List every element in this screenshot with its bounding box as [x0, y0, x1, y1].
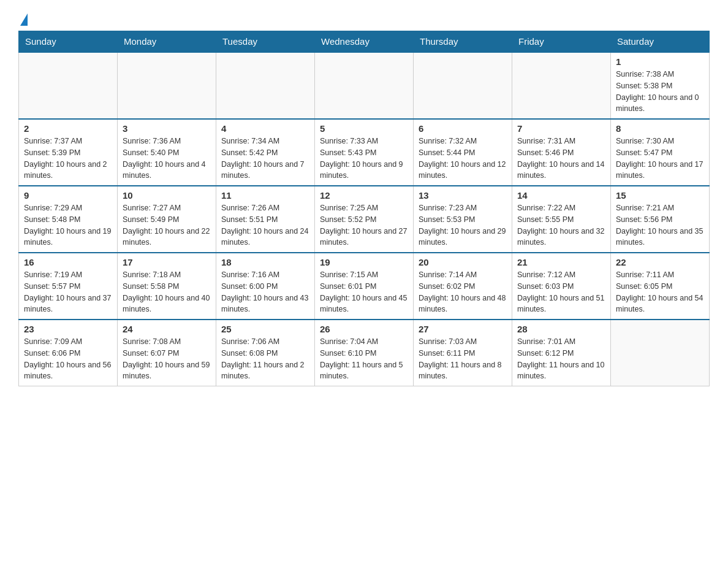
day-number: 21	[517, 257, 605, 267]
calendar-cell: 17Sunrise: 7:18 AMSunset: 5:58 PMDayligh…	[118, 253, 216, 320]
day-number: 20	[419, 257, 507, 267]
calendar-cell: 27Sunrise: 7:03 AMSunset: 6:11 PMDayligh…	[414, 320, 512, 386]
calendar-cell: 26Sunrise: 7:04 AMSunset: 6:10 PMDayligh…	[315, 320, 414, 386]
day-info: Sunrise: 7:14 AMSunset: 6:02 PMDaylight:…	[419, 269, 507, 315]
day-number: 26	[320, 324, 408, 334]
day-info: Sunrise: 7:29 AMSunset: 5:48 PMDaylight:…	[24, 202, 112, 248]
day-info: Sunrise: 7:36 AMSunset: 5:40 PMDaylight:…	[123, 136, 211, 182]
page-header	[18, 12, 710, 25]
day-info: Sunrise: 7:12 AMSunset: 6:03 PMDaylight:…	[517, 269, 605, 315]
column-header-wednesday: Wednesday	[315, 31, 414, 53]
day-number: 22	[616, 257, 704, 267]
calendar-cell	[118, 52, 216, 119]
day-info: Sunrise: 7:26 AMSunset: 5:51 PMDaylight:…	[221, 202, 309, 248]
day-number: 17	[123, 257, 211, 267]
day-info: Sunrise: 7:23 AMSunset: 5:53 PMDaylight:…	[419, 202, 507, 248]
day-number: 16	[24, 257, 112, 267]
calendar-cell: 6Sunrise: 7:32 AMSunset: 5:44 PMDaylight…	[414, 119, 512, 186]
day-number: 7	[517, 123, 605, 134]
day-number: 5	[320, 123, 408, 134]
day-info: Sunrise: 7:16 AMSunset: 6:00 PMDaylight:…	[221, 269, 309, 315]
calendar-cell	[414, 52, 512, 119]
column-header-thursday: Thursday	[414, 31, 512, 53]
calendar-cell: 11Sunrise: 7:26 AMSunset: 5:51 PMDayligh…	[216, 186, 315, 253]
calendar-cell: 13Sunrise: 7:23 AMSunset: 5:53 PMDayligh…	[414, 186, 512, 253]
day-number: 2	[24, 123, 112, 134]
day-info: Sunrise: 7:30 AMSunset: 5:47 PMDaylight:…	[616, 136, 704, 182]
calendar-cell: 23Sunrise: 7:09 AMSunset: 6:06 PMDayligh…	[19, 320, 118, 386]
day-info: Sunrise: 7:21 AMSunset: 5:56 PMDaylight:…	[616, 202, 704, 248]
calendar-cell: 12Sunrise: 7:25 AMSunset: 5:52 PMDayligh…	[315, 186, 414, 253]
day-number: 13	[419, 190, 507, 201]
column-header-monday: Monday	[118, 31, 216, 53]
calendar-header-row: SundayMondayTuesdayWednesdayThursdayFrid…	[19, 31, 710, 53]
day-number: 1	[616, 56, 704, 67]
calendar-cell: 1Sunrise: 7:38 AMSunset: 5:38 PMDaylight…	[611, 52, 710, 119]
calendar-cell: 22Sunrise: 7:11 AMSunset: 6:05 PMDayligh…	[611, 253, 710, 320]
day-number: 19	[320, 257, 408, 267]
day-number: 28	[517, 324, 605, 334]
day-info: Sunrise: 7:03 AMSunset: 6:11 PMDaylight:…	[419, 336, 507, 382]
day-number: 27	[419, 324, 507, 334]
calendar-week-row: 23Sunrise: 7:09 AMSunset: 6:06 PMDayligh…	[19, 320, 710, 386]
day-number: 10	[123, 190, 211, 201]
column-header-saturday: Saturday	[611, 31, 710, 53]
day-info: Sunrise: 7:04 AMSunset: 6:10 PMDaylight:…	[320, 336, 408, 382]
logo-triangle-icon	[20, 13, 28, 26]
day-number: 9	[24, 190, 112, 201]
day-number: 25	[221, 324, 309, 334]
day-info: Sunrise: 7:01 AMSunset: 6:12 PMDaylight:…	[517, 336, 605, 382]
day-number: 18	[221, 257, 309, 267]
logo	[18, 12, 28, 25]
calendar-cell: 21Sunrise: 7:12 AMSunset: 6:03 PMDayligh…	[512, 253, 611, 320]
day-number: 23	[24, 324, 112, 334]
day-info: Sunrise: 7:25 AMSunset: 5:52 PMDaylight:…	[320, 202, 408, 248]
calendar-cell	[315, 52, 414, 119]
calendar-table: SundayMondayTuesdayWednesdayThursdayFrid…	[18, 31, 710, 386]
day-info: Sunrise: 7:19 AMSunset: 5:57 PMDaylight:…	[24, 269, 112, 315]
day-info: Sunrise: 7:06 AMSunset: 6:08 PMDaylight:…	[221, 336, 309, 382]
day-info: Sunrise: 7:18 AMSunset: 5:58 PMDaylight:…	[123, 269, 211, 315]
calendar-cell: 4Sunrise: 7:34 AMSunset: 5:42 PMDaylight…	[216, 119, 315, 186]
day-number: 8	[616, 123, 704, 134]
calendar-cell: 7Sunrise: 7:31 AMSunset: 5:46 PMDaylight…	[512, 119, 611, 186]
column-header-sunday: Sunday	[19, 31, 118, 53]
calendar-cell: 5Sunrise: 7:33 AMSunset: 5:43 PMDaylight…	[315, 119, 414, 186]
day-number: 15	[616, 190, 704, 201]
calendar-cell: 15Sunrise: 7:21 AMSunset: 5:56 PMDayligh…	[611, 186, 710, 253]
day-number: 24	[123, 324, 211, 334]
calendar-cell: 20Sunrise: 7:14 AMSunset: 6:02 PMDayligh…	[414, 253, 512, 320]
day-info: Sunrise: 7:27 AMSunset: 5:49 PMDaylight:…	[123, 202, 211, 248]
day-info: Sunrise: 7:31 AMSunset: 5:46 PMDaylight:…	[517, 136, 605, 182]
calendar-cell: 25Sunrise: 7:06 AMSunset: 6:08 PMDayligh…	[216, 320, 315, 386]
column-header-tuesday: Tuesday	[216, 31, 315, 53]
calendar-cell: 9Sunrise: 7:29 AMSunset: 5:48 PMDaylight…	[19, 186, 118, 253]
day-info: Sunrise: 7:33 AMSunset: 5:43 PMDaylight:…	[320, 136, 408, 182]
calendar-cell: 18Sunrise: 7:16 AMSunset: 6:00 PMDayligh…	[216, 253, 315, 320]
calendar-week-row: 16Sunrise: 7:19 AMSunset: 5:57 PMDayligh…	[19, 253, 710, 320]
calendar-week-row: 1Sunrise: 7:38 AMSunset: 5:38 PMDaylight…	[19, 52, 710, 119]
day-number: 6	[419, 123, 507, 134]
calendar-cell: 10Sunrise: 7:27 AMSunset: 5:49 PMDayligh…	[118, 186, 216, 253]
day-info: Sunrise: 7:09 AMSunset: 6:06 PMDaylight:…	[24, 336, 112, 382]
column-header-friday: Friday	[512, 31, 611, 53]
day-info: Sunrise: 7:34 AMSunset: 5:42 PMDaylight:…	[221, 136, 309, 182]
day-number: 11	[221, 190, 309, 201]
day-info: Sunrise: 7:32 AMSunset: 5:44 PMDaylight:…	[419, 136, 507, 182]
calendar-cell	[19, 52, 118, 119]
calendar-week-row: 9Sunrise: 7:29 AMSunset: 5:48 PMDaylight…	[19, 186, 710, 253]
calendar-cell: 14Sunrise: 7:22 AMSunset: 5:55 PMDayligh…	[512, 186, 611, 253]
calendar-cell	[216, 52, 315, 119]
calendar-cell: 8Sunrise: 7:30 AMSunset: 5:47 PMDaylight…	[611, 119, 710, 186]
day-info: Sunrise: 7:37 AMSunset: 5:39 PMDaylight:…	[24, 136, 112, 182]
day-info: Sunrise: 7:15 AMSunset: 6:01 PMDaylight:…	[320, 269, 408, 315]
calendar-cell	[512, 52, 611, 119]
day-number: 12	[320, 190, 408, 201]
calendar-cell: 28Sunrise: 7:01 AMSunset: 6:12 PMDayligh…	[512, 320, 611, 386]
day-info: Sunrise: 7:38 AMSunset: 5:38 PMDaylight:…	[616, 69, 704, 115]
calendar-week-row: 2Sunrise: 7:37 AMSunset: 5:39 PMDaylight…	[19, 119, 710, 186]
calendar-cell: 3Sunrise: 7:36 AMSunset: 5:40 PMDaylight…	[118, 119, 216, 186]
calendar-cell: 2Sunrise: 7:37 AMSunset: 5:39 PMDaylight…	[19, 119, 118, 186]
day-info: Sunrise: 7:11 AMSunset: 6:05 PMDaylight:…	[616, 269, 704, 315]
day-number: 3	[123, 123, 211, 134]
